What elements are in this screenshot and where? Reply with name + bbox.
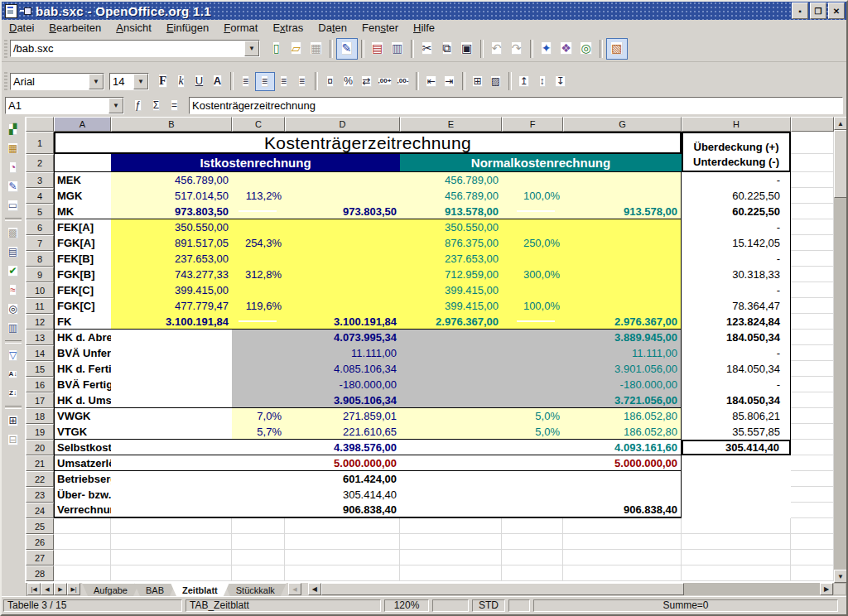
cell-H15[interactable]: 184.050,34: [682, 361, 791, 377]
cell-H4[interactable]: 60.225,50: [682, 188, 791, 204]
cell-E16[interactable]: [400, 377, 502, 392]
cell-C24[interactable]: [232, 503, 285, 518]
empty-cell[interactable]: [682, 550, 791, 565]
cell-H7[interactable]: 15.142,05: [682, 235, 791, 251]
next-sheet-button[interactable]: ▶: [54, 583, 67, 595]
cell-D12[interactable]: 3.100.191,84: [285, 314, 400, 330]
cell-F19[interactable]: 5,0%: [502, 424, 563, 440]
print-file-icon[interactable]: ▥: [388, 39, 407, 59]
empty-cell[interactable]: [791, 424, 834, 440]
column-header-filler[interactable]: [791, 117, 834, 132]
gallery-icon[interactable]: ▧: [606, 38, 628, 60]
horizontal-scroll-track[interactable]: [684, 583, 820, 595]
scroll-right-button[interactable]: ▶: [820, 583, 833, 595]
spellcheck-icon[interactable]: ✔: [3, 262, 23, 281]
cell-E12[interactable]: 2.976.367,00: [400, 314, 502, 330]
export-pdf-icon[interactable]: ▤: [368, 39, 388, 59]
empty-cell[interactable]: [54, 550, 111, 565]
row-header-6[interactable]: 6: [26, 219, 54, 235]
menu-item-daten[interactable]: Daten: [311, 21, 354, 35]
cell-E2[interactable]: Normalkostenrechnung: [400, 154, 682, 172]
empty-cell[interactable]: [400, 518, 502, 534]
cell-C18[interactable]: 7,0%: [232, 408, 285, 424]
cell-A1[interactable]: Kostenträgerzeitrechnung: [54, 132, 682, 154]
autoformat-icon[interactable]: ▤: [3, 243, 23, 262]
cell-E18[interactable]: [400, 408, 502, 424]
empty-cell[interactable]: [111, 565, 232, 581]
cell-H10[interactable]: -: [682, 282, 791, 298]
redo-icon[interactable]: ↷: [507, 39, 527, 59]
empty-cell[interactable]: [791, 440, 834, 455]
cell-D24[interactable]: 906.838,40: [285, 503, 400, 518]
empty-cell[interactable]: [54, 565, 111, 581]
column-header-G[interactable]: G: [563, 117, 682, 132]
cell-B9[interactable]: 743.277,33: [111, 267, 232, 282]
cell-C16[interactable]: [232, 377, 285, 392]
cell-G20[interactable]: 4.093.161,60: [563, 440, 682, 455]
row-header-8[interactable]: 8: [26, 251, 54, 267]
cell-F9[interactable]: 300,0%: [502, 267, 563, 282]
vertical-scroll-thumb[interactable]: [834, 130, 847, 198]
cell-G19[interactable]: 186.052,80: [563, 424, 682, 440]
last-sheet-button[interactable]: ▶|: [67, 583, 80, 595]
cell-F16[interactable]: [502, 377, 563, 392]
menu-item-einfügen[interactable]: Einfügen: [159, 21, 216, 35]
cell-D20[interactable]: 4.398.576,00: [285, 440, 400, 455]
cell-C13[interactable]: [232, 330, 285, 345]
background-color-icon[interactable]: ▨: [487, 73, 505, 90]
cell-E5[interactable]: 913.578,00: [400, 204, 502, 219]
empty-cell[interactable]: [791, 471, 834, 487]
cell-A12[interactable]: FK: [54, 314, 111, 330]
empty-cell[interactable]: [54, 518, 111, 534]
align-bottom-icon[interactable]: ↧: [552, 73, 570, 90]
row-header-12[interactable]: 12: [26, 314, 54, 330]
row-header-25[interactable]: 25: [26, 518, 54, 534]
row-header-14[interactable]: 14: [26, 345, 54, 361]
row-header-10[interactable]: 10: [26, 282, 54, 298]
decrease-indent-icon[interactable]: ⇤: [422, 73, 441, 90]
cell-H3[interactable]: -: [682, 172, 791, 188]
add-decimal-icon[interactable]: ,00+: [376, 73, 394, 90]
column-header-H[interactable]: H: [682, 117, 791, 132]
empty-cell[interactable]: [285, 534, 400, 550]
undo-icon[interactable]: ↶: [487, 39, 507, 59]
number-percent-icon[interactable]: %: [340, 73, 358, 90]
scroll-up-button[interactable]: ▲: [834, 117, 847, 130]
cell-E7[interactable]: 876.375,00: [400, 235, 502, 251]
cell-D3[interactable]: [285, 172, 400, 188]
first-sheet-button[interactable]: |◀: [27, 583, 41, 595]
function-wizard-icon[interactable]: ƒ: [129, 97, 147, 114]
sheet-tab-zeitblatt[interactable]: Zeitblatt: [171, 583, 229, 596]
cell-D5[interactable]: 973.803,50: [285, 204, 400, 219]
underline-icon[interactable]: U: [190, 73, 209, 90]
cell-A7[interactable]: FGK[A]: [54, 235, 111, 251]
increase-indent-icon[interactable]: ⇥: [441, 73, 459, 90]
row-header-9[interactable]: 9: [26, 267, 54, 282]
menu-item-format[interactable]: Format: [216, 21, 265, 35]
empty-cell[interactable]: [682, 534, 791, 550]
cell-E3[interactable]: 456.789,00: [400, 172, 502, 188]
window-icon[interactable]: [5, 4, 17, 18]
cell-C14[interactable]: [232, 345, 285, 361]
insert-cells-icon[interactable]: ▦: [3, 139, 23, 158]
cell-B6[interactable]: 350.550,00: [111, 219, 232, 235]
empty-cell[interactable]: [563, 565, 682, 581]
cell-F10[interactable]: [502, 282, 563, 298]
row-header-3[interactable]: 3: [26, 172, 54, 188]
font-name-dropdown-button[interactable]: ▼: [89, 74, 104, 89]
cell-F8[interactable]: [502, 251, 563, 267]
name-box-dropdown-button[interactable]: ▼: [108, 98, 123, 113]
find-replace-icon[interactable]: ◎: [3, 300, 23, 319]
cell-D17[interactable]: 3.905.106,34: [285, 392, 400, 408]
cell-F18[interactable]: 5,0%: [502, 408, 563, 424]
cell-A22[interactable]: Betriebsergebnis: [54, 471, 111, 487]
cell-H9[interactable]: 30.318,33: [682, 267, 791, 282]
cell-H19[interactable]: 35.557,85: [682, 424, 791, 440]
navigator-icon[interactable]: ✦: [537, 39, 556, 59]
cell-D4[interactable]: [285, 188, 400, 204]
cell-E8[interactable]: 237.653,00: [400, 251, 502, 267]
cell-G9[interactable]: [563, 267, 682, 282]
empty-cell[interactable]: [791, 487, 834, 503]
cell-A15[interactable]: HK d. Fertigung: [54, 361, 111, 377]
row-header-11[interactable]: 11: [26, 298, 54, 314]
